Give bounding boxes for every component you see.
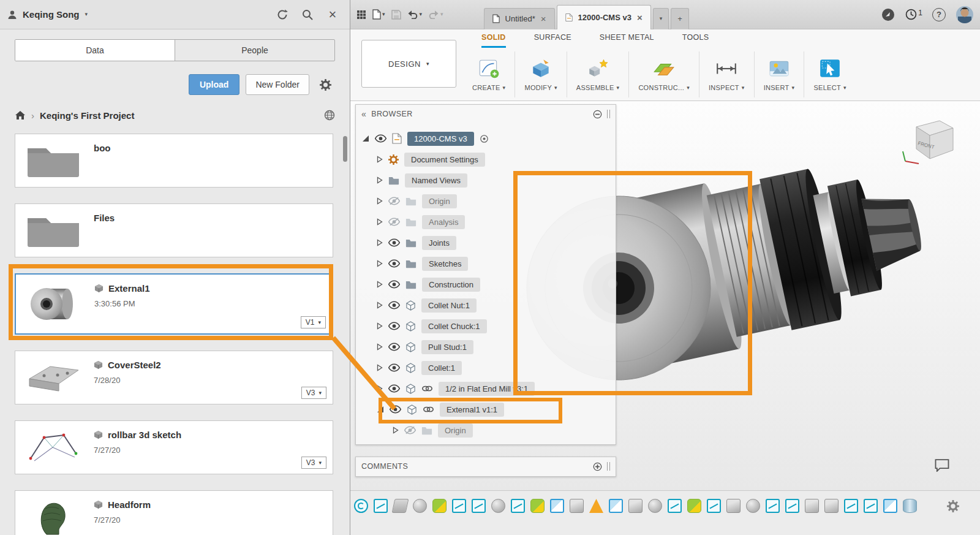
- visibility-off-eye-icon[interactable]: [388, 197, 400, 205]
- timeline-cylinder-feature-icon[interactable]: [903, 499, 917, 513]
- account-name[interactable]: Keqing Song: [23, 9, 80, 20]
- collapsed-triangle-icon[interactable]: [377, 218, 383, 226]
- visibility-eye-icon[interactable]: [388, 259, 400, 268]
- collapsed-triangle-icon[interactable]: [377, 302, 383, 309]
- timeline-sphere-feature-icon[interactable]: [746, 499, 760, 513]
- timeline-sketch-feature-icon[interactable]: [374, 499, 388, 513]
- timeline-sketch-feature-icon[interactable]: [864, 499, 878, 513]
- browser-row-joints[interactable]: Joints: [356, 232, 616, 253]
- visibility-eye-icon[interactable]: [388, 343, 400, 351]
- timeline-sphere-feature-icon[interactable]: [648, 499, 662, 513]
- close-tab-icon[interactable]: ×: [637, 12, 643, 23]
- visibility-eye-icon[interactable]: [388, 384, 400, 393]
- extensions-icon[interactable]: [881, 7, 895, 22]
- timeline-box-feature-icon[interactable]: [628, 499, 643, 513]
- tab-surface[interactable]: SURFACE: [534, 29, 571, 48]
- timeline-sphere-feature-icon[interactable]: [491, 499, 505, 513]
- new-folder-button[interactable]: New Folder: [246, 74, 309, 95]
- workspace-switcher[interactable]: DESIGN▾: [361, 40, 456, 88]
- list-item-design-rollbar[interactable]: rollbar 3d sketch 7/27/20 V3▾: [15, 420, 333, 474]
- timeline-box-feature-icon[interactable]: [726, 499, 741, 513]
- file-menu-button[interactable]: ▾: [372, 9, 385, 20]
- browser-row-origin[interactable]: Origin: [356, 191, 616, 211]
- collapsed-triangle-icon[interactable]: [377, 343, 383, 351]
- home-icon[interactable]: [15, 110, 26, 120]
- refresh-button[interactable]: [273, 5, 292, 25]
- tab-tools[interactable]: TOOLS: [682, 29, 709, 48]
- panel-settings-gear-icon[interactable]: [315, 75, 335, 94]
- browser-row-named-views[interactable]: Named Views: [356, 170, 616, 191]
- collapsed-triangle-icon[interactable]: [377, 156, 383, 163]
- panel-grip[interactable]: [607, 462, 610, 471]
- comment-bubble-icon[interactable]: [935, 459, 949, 472]
- upload-button[interactable]: Upload: [189, 74, 239, 95]
- list-item-design-coversteel2[interactable]: CoverSteel2 7/28/20 V3▾: [15, 351, 333, 404]
- redo-button[interactable]: ▾: [428, 10, 443, 19]
- timeline-sketch-feature-icon[interactable]: [668, 499, 682, 513]
- visibility-eye-icon[interactable]: [388, 301, 400, 309]
- undo-button[interactable]: ▾: [407, 10, 423, 19]
- scrollbar-thumb[interactable]: [343, 136, 347, 162]
- tab-list-dropdown[interactable]: ▾: [653, 8, 669, 29]
- version-select[interactable]: V3▾: [301, 457, 326, 469]
- expanded-triangle-icon[interactable]: [377, 406, 384, 413]
- collapsed-triangle-icon[interactable]: [393, 427, 399, 434]
- browser-row-external1[interactable]: External1 v1:1: [356, 399, 616, 420]
- collapsed-triangle-icon[interactable]: [377, 197, 383, 205]
- timeline-sketch-feature-icon[interactable]: [785, 499, 799, 513]
- browser-row-collet-nut[interactable]: Collet Nut:1: [356, 295, 616, 316]
- collapsed-triangle-icon[interactable]: [377, 176, 383, 184]
- timeline-sketch-feature-icon[interactable]: [511, 499, 525, 513]
- timeline-form-feature-icon[interactable]: [530, 499, 545, 513]
- viewport-canvas[interactable]: FRONT « BROWSER: [350, 101, 980, 490]
- browser-row-collet[interactable]: Collet:1: [356, 357, 616, 378]
- timeline-settings-gear-icon[interactable]: [947, 500, 959, 512]
- help-button[interactable]: ?: [932, 8, 946, 21]
- panel-grip[interactable]: [607, 110, 610, 118]
- collapse-panel-icon[interactable]: «: [361, 109, 366, 119]
- list-item-folder[interactable]: Files: [15, 203, 333, 257]
- expanded-triangle-icon[interactable]: [362, 135, 369, 142]
- globe-icon[interactable]: [324, 110, 335, 121]
- timeline-flag-feature-icon[interactable]: [609, 499, 623, 513]
- timeline-box-feature-icon[interactable]: [570, 499, 584, 513]
- list-item-design-external1[interactable]: External1 3:30:56 PM V1▾: [15, 273, 333, 335]
- visibility-eye-icon[interactable]: [388, 363, 400, 372]
- browser-row-pull-stud[interactable]: Pull Stud:1: [356, 336, 616, 357]
- browser-root-row[interactable]: 12000-CMS v3: [356, 128, 616, 149]
- collapsed-triangle-icon[interactable]: [377, 281, 383, 288]
- browser-row-sketches[interactable]: Sketches: [356, 253, 616, 274]
- browser-row-collet-chuck[interactable]: Collet Chuck:1: [356, 316, 616, 336]
- tab-solid[interactable]: SOLID: [481, 29, 506, 48]
- collapsed-triangle-icon[interactable]: [377, 260, 383, 267]
- timeline-sketch-feature-icon[interactable]: [766, 499, 780, 513]
- collapsed-triangle-icon[interactable]: [377, 385, 383, 392]
- new-tab-button[interactable]: +: [671, 8, 689, 29]
- document-tab-untitled[interactable]: Untitled* ×: [484, 8, 555, 29]
- timeline-flag-feature-icon[interactable]: [550, 499, 564, 513]
- collapsed-triangle-icon[interactable]: [377, 322, 383, 330]
- minimize-panel-icon[interactable]: [593, 110, 602, 119]
- timeline-form-feature-icon[interactable]: [687, 499, 701, 513]
- timeline-sketch-feature-icon[interactable]: [472, 499, 486, 513]
- visibility-eye-icon[interactable]: [375, 134, 386, 143]
- visibility-eye-icon[interactable]: [388, 280, 400, 289]
- timeline-sketch-feature-icon[interactable]: [452, 499, 466, 513]
- browser-row-end-mill[interactable]: 1/2 in Flat End Mill v3:1: [356, 378, 616, 399]
- search-button[interactable]: [298, 5, 317, 25]
- tab-data[interactable]: Data: [15, 40, 175, 61]
- inspect-menu[interactable]: INSPECT▾: [701, 48, 753, 101]
- save-button[interactable]: [391, 10, 401, 20]
- browser-row-external1-origin[interactable]: Origin: [356, 420, 616, 441]
- visibility-eye-icon[interactable]: [388, 238, 400, 247]
- assemble-menu[interactable]: ASSEMBLE▾: [568, 48, 628, 101]
- timeline-box-feature-icon[interactable]: [824, 499, 839, 513]
- timeline-coil-feature-icon[interactable]: [354, 499, 368, 513]
- activate-component-icon[interactable]: [480, 134, 489, 143]
- browser-row-construction[interactable]: Construction: [356, 274, 616, 295]
- construct-menu[interactable]: CONSTRUC...▾: [630, 48, 698, 101]
- select-menu[interactable]: SELECT▾: [805, 48, 854, 101]
- user-avatar[interactable]: [956, 6, 974, 24]
- visibility-eye-icon[interactable]: [388, 322, 400, 330]
- document-tab-12000-cms[interactable]: 12000-CMS v3 ×: [557, 5, 651, 29]
